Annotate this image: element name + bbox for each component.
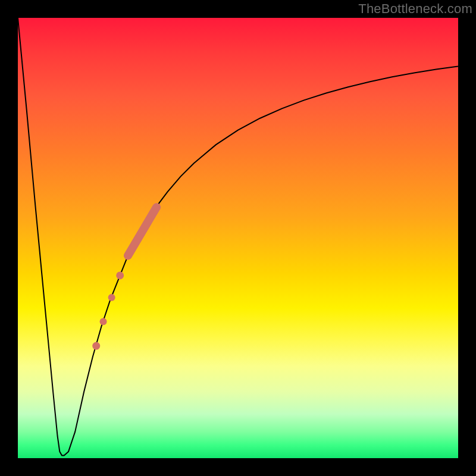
marker-dot-4	[92, 342, 100, 350]
plot-area	[18, 18, 458, 458]
series-curve	[18, 18, 458, 456]
marker-dot-1	[116, 271, 124, 279]
marker-dot-2	[108, 294, 115, 301]
chart-svg	[18, 18, 458, 458]
marker-thick-segment	[128, 207, 156, 255]
chart-frame: { "watermark": "TheBottleneck.com", "cha…	[0, 0, 476, 476]
watermark-label: TheBottleneck.com	[358, 1, 472, 17]
marker-dot-3	[100, 318, 107, 325]
